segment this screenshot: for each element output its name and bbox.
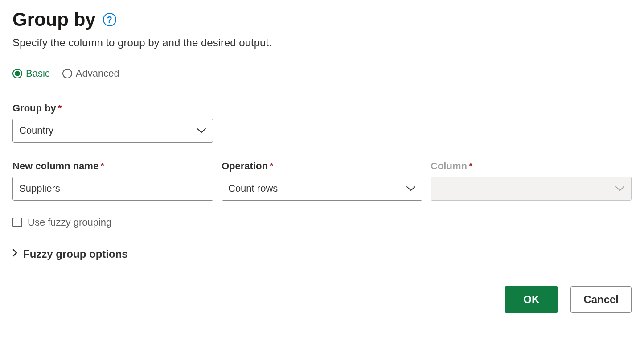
chevron-down-icon [406, 185, 416, 192]
radio-advanced-label: Advanced [76, 68, 119, 79]
column-label: Column* [431, 160, 632, 172]
new-column-name-label: New column name* [12, 160, 213, 172]
required-asterisk: * [270, 160, 274, 172]
dialog-title: Group by [12, 9, 96, 30]
operation-dropdown[interactable]: Count rows [222, 177, 422, 201]
group-by-value: Country [19, 125, 53, 136]
mode-radio-group: Basic Advanced [12, 68, 632, 79]
dialog-subtitle: Specify the column to group by and the d… [12, 37, 632, 49]
cancel-button[interactable]: Cancel [570, 286, 632, 313]
chevron-down-icon [197, 127, 206, 134]
fuzzy-group-options-expander[interactable]: Fuzzy group options [12, 248, 632, 260]
fuzzy-group-options-label: Fuzzy group options [23, 248, 128, 260]
column-dropdown [431, 177, 632, 201]
chevron-right-icon [12, 249, 18, 259]
operation-value: Count rows [228, 183, 278, 194]
use-fuzzy-grouping-checkbox[interactable]: Use fuzzy grouping [12, 217, 632, 228]
use-fuzzy-grouping-label: Use fuzzy grouping [28, 217, 111, 228]
radio-advanced[interactable]: Advanced [62, 68, 119, 79]
new-column-name-value: Suppliers [19, 183, 60, 194]
checkbox-unchecked-icon [12, 218, 22, 227]
chevron-down-icon [615, 185, 625, 192]
radio-basic-label: Basic [26, 68, 50, 79]
help-icon[interactable]: ? [103, 13, 116, 26]
radio-unselected-icon [62, 69, 72, 78]
required-asterisk: * [58, 103, 62, 114]
radio-selected-icon [12, 69, 22, 78]
operation-label: Operation* [222, 160, 422, 172]
group-by-label: Group by* [12, 103, 632, 114]
new-column-name-input[interactable]: Suppliers [12, 177, 213, 201]
ok-button[interactable]: OK [505, 286, 558, 313]
required-asterisk: * [100, 160, 104, 172]
required-asterisk: * [469, 160, 473, 172]
group-by-dropdown[interactable]: Country [12, 119, 213, 143]
radio-basic[interactable]: Basic [12, 68, 50, 79]
